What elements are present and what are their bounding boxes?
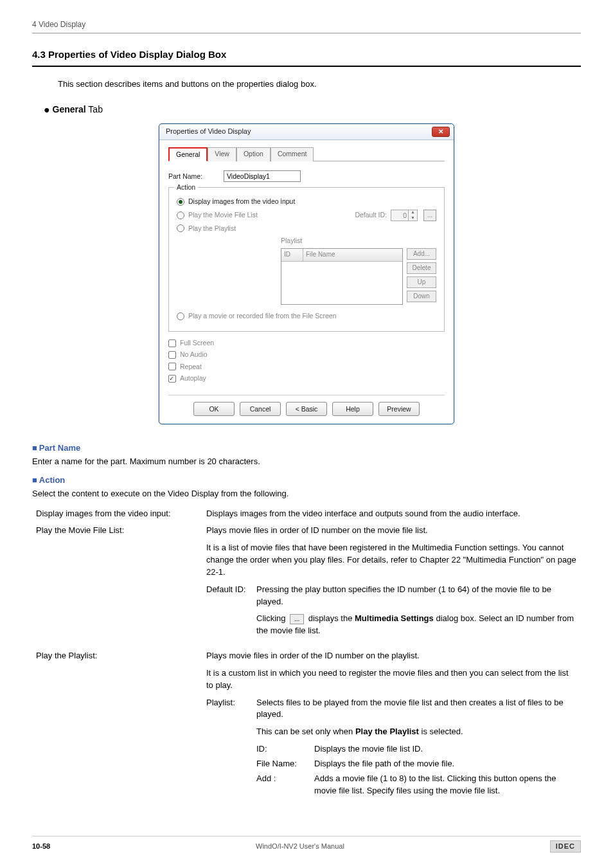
radio-movie-list[interactable] bbox=[177, 212, 184, 219]
cancel-button[interactable]: Cancel bbox=[240, 402, 281, 416]
chapter-header: 4 Video Display bbox=[32, 19, 581, 33]
partname-text: Enter a name for the part. Maximum numbe… bbox=[32, 456, 581, 468]
default-id-desc2: Clicking ... displays the Multimedia Set… bbox=[256, 613, 577, 637]
action-group: Action Display images from the video inp… bbox=[168, 187, 445, 332]
add-desc: Adds a movie file (1 to 8) to the list. … bbox=[314, 773, 577, 797]
playlist-sublabel: Playlist: bbox=[206, 697, 256, 800]
dialog-tabs: General View Option Comment bbox=[168, 147, 445, 161]
opt-playlist-label: Play the Playlist bbox=[188, 224, 236, 233]
playlist-desc2: This can be set only when Play the Playl… bbox=[256, 726, 577, 738]
radio-video-input[interactable] bbox=[177, 198, 184, 206]
radio-file-screen[interactable] bbox=[177, 312, 184, 320]
dialog-title: Properties of Video Display bbox=[166, 127, 251, 137]
playlist-label: Playlist bbox=[281, 237, 302, 244]
manual-title: WindO/I-NV2 User's Manual bbox=[256, 842, 344, 852]
spin-up-icon[interactable]: ▲ bbox=[408, 210, 417, 215]
spin-down-icon[interactable]: ▼ bbox=[408, 215, 417, 221]
bullet-icon: ● bbox=[44, 104, 50, 115]
action-text: Select the content to execute on the Vid… bbox=[32, 488, 581, 500]
intro-text: This section describes items and buttons… bbox=[58, 78, 581, 91]
help-button[interactable]: Help bbox=[332, 402, 373, 416]
def-playlist-label: Play the Playlist: bbox=[32, 647, 202, 804]
def-playlist-desc: Plays movie files in order of the ID num… bbox=[202, 647, 581, 804]
col-id: ID bbox=[281, 249, 303, 262]
id-sublabel: ID: bbox=[256, 743, 314, 755]
chk-autoplay-label: Autoplay bbox=[180, 374, 206, 383]
properties-dialog: Properties of Video Display ✕ General Vi… bbox=[159, 123, 454, 424]
tab-general[interactable]: General bbox=[168, 147, 208, 161]
default-id-label: Default ID: bbox=[355, 210, 387, 220]
opt-file-screen-label: Play a movie or recorded file from the F… bbox=[188, 311, 337, 321]
filename-sublabel: File Name: bbox=[256, 758, 314, 770]
down-button[interactable]: Down bbox=[407, 291, 436, 302]
ellipsis-icon: ... bbox=[290, 614, 304, 624]
chk-autoplay[interactable] bbox=[168, 375, 176, 383]
filename-desc: Displays the file path of the movie file… bbox=[314, 758, 454, 770]
chk-repeat[interactable] bbox=[168, 363, 176, 370]
chk-noaudio-label: No Audio bbox=[180, 350, 208, 359]
dialog-titlebar: Properties of Video Display ✕ bbox=[159, 124, 454, 140]
chk-repeat-label: Repeat bbox=[180, 362, 202, 372]
page-number: 10-58 bbox=[32, 842, 50, 852]
playlist-desc1: Selects files to be played from the movi… bbox=[256, 697, 577, 721]
col-filename: File Name bbox=[303, 249, 402, 262]
default-id-value[interactable] bbox=[391, 212, 408, 219]
opt-movie-list-label: Play the Movie File List bbox=[188, 210, 258, 220]
close-button[interactable]: ✕ bbox=[432, 127, 450, 137]
part-name-label: Part Name: bbox=[168, 172, 220, 181]
def-movie-list-label: Play the Movie File List: bbox=[32, 522, 202, 647]
chk-noaudio[interactable] bbox=[168, 351, 176, 359]
part-name-input[interactable] bbox=[224, 170, 301, 182]
section-heading: 4.3 Properties of Video Display Dialog B… bbox=[32, 48, 581, 67]
idec-logo: IDEC bbox=[550, 840, 581, 853]
chk-fullscreen[interactable] bbox=[168, 339, 176, 347]
default-id-browse-button[interactable]: ... bbox=[423, 210, 436, 221]
action-heading: ■Action bbox=[32, 475, 581, 487]
basic-button[interactable]: < Basic bbox=[286, 402, 327, 416]
action-legend: Action bbox=[174, 183, 198, 192]
page-footer: 10-58 WindO/I-NV2 User's Manual IDEC bbox=[32, 836, 581, 853]
tab-comment[interactable]: Comment bbox=[271, 147, 314, 161]
default-id-sublabel: Default ID: bbox=[206, 584, 256, 642]
def-movie-list-desc: Plays movie files in order of ID number … bbox=[202, 522, 581, 647]
playlist-table[interactable]: ID File Name bbox=[281, 248, 403, 305]
add-sublabel: Add : bbox=[256, 773, 314, 797]
def-video-input-desc: Displays images from the video interface… bbox=[202, 505, 581, 523]
tab-option[interactable]: Option bbox=[236, 147, 271, 161]
id-desc: Displays the movie file list ID. bbox=[314, 743, 423, 755]
default-id-desc1: Pressing the play button specifies the I… bbox=[256, 584, 577, 608]
general-tab-heading: ● General Tab bbox=[44, 102, 581, 117]
add-button[interactable]: Add... bbox=[407, 248, 436, 260]
chk-fullscreen-label: Full Screen bbox=[180, 338, 214, 348]
general-tab-suffix: Tab bbox=[86, 104, 103, 114]
radio-playlist[interactable] bbox=[177, 224, 184, 232]
definition-table: Display images from the video input: Dis… bbox=[32, 505, 581, 805]
delete-button[interactable]: Delete bbox=[407, 262, 436, 274]
partname-heading: ■Part Name bbox=[32, 442, 581, 455]
def-video-input-label: Display images from the video input: bbox=[32, 505, 202, 523]
general-tab-label: General bbox=[53, 104, 86, 114]
ok-button[interactable]: OK bbox=[193, 402, 235, 416]
tab-view[interactable]: View bbox=[208, 147, 236, 161]
default-id-spinner[interactable]: ▲▼ bbox=[391, 210, 418, 221]
preview-button[interactable]: Preview bbox=[378, 402, 420, 416]
up-button[interactable]: Up bbox=[407, 276, 436, 288]
opt-video-input-label: Display images from the video input bbox=[188, 197, 295, 206]
